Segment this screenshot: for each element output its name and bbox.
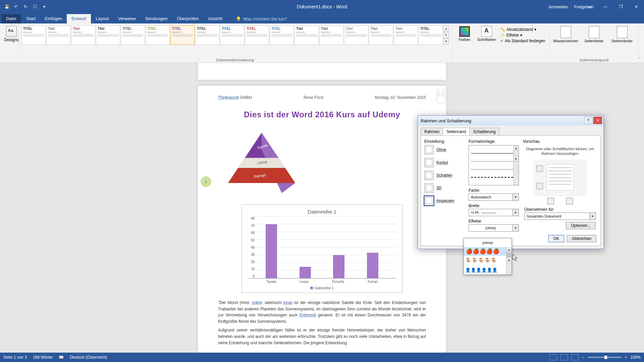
designs-icon (6, 26, 17, 37)
fx-scrollbar[interactable]: ▴ ▾ (506, 247, 512, 275)
border-bottom-right-button[interactable] (566, 198, 573, 204)
style-gallery-item[interactable]: TitelÜberschrift 1 (294, 25, 319, 45)
fx-item-none[interactable]: (ohne) (464, 238, 512, 247)
style-gallery-item[interactable]: TITELÜberschrift 1 (195, 25, 219, 45)
style-gallery-item[interactable]: TITELÜberschrift 1 (270, 25, 294, 45)
effekte-button[interactable]: ✨ Effekte ▾ (499, 33, 547, 38)
tab-entwurf[interactable]: Entwurf (67, 14, 91, 23)
chart-container[interactable]: Datenreihe 1 01020304050607080 ToyotaLex… (241, 204, 402, 293)
seitenraender-button[interactable]: Seitenränder (609, 26, 636, 43)
ok-button[interactable]: OK (548, 235, 564, 242)
touch-mode-icon[interactable]: ☐ (31, 3, 39, 11)
status-proofing-icon[interactable]: 📖 (59, 355, 64, 360)
opt-ohne[interactable]: Ohne (424, 145, 465, 155)
farben-button[interactable]: Farben (454, 26, 475, 44)
style-gallery-item[interactable]: TITELÜberschrift 1 (220, 25, 244, 45)
style-gallery-item[interactable]: TitelÜberschrift 1 (319, 25, 343, 45)
status-page[interactable]: Seite 1 von 3 (3, 355, 27, 360)
opt-3d[interactable]: 3D (424, 183, 465, 193)
style-gallery-item[interactable]: TitelÜberschrift 1 (344, 25, 368, 45)
signin-link[interactable]: Anmelden (548, 4, 568, 9)
tab-ueberpruefen[interactable]: Überprüfen (172, 14, 204, 23)
dialog-titlebar[interactable]: Rahmen und Schattierung ? ✕ (418, 116, 603, 126)
absatzabstand-button[interactable]: 📏 Absatzabstand ▾ (499, 27, 547, 32)
redo-icon[interactable]: ↻ (21, 3, 30, 11)
view-web-icon[interactable] (571, 354, 579, 360)
ribbon-display-icon[interactable]: ▭ (582, 0, 598, 13)
dialog-tab-schattierung[interactable]: Schattierung (469, 128, 499, 135)
style-gallery-item[interactable]: TitelÜberschrift 1 (96, 25, 120, 45)
maximize-icon[interactable]: ❐ (613, 0, 629, 13)
zoom-out-icon[interactable]: − (582, 355, 584, 360)
optionen-button[interactable]: Optionen... (566, 222, 596, 229)
dialog-help-icon[interactable]: ? (584, 117, 593, 124)
effekte-combo[interactable]: (ohne)▾ (469, 224, 519, 232)
status-bar: Seite 1 von 3 168 Wörter 📖 Deutsch (Öste… (0, 353, 644, 362)
dialog-tabs: Rahmen Seitenrand Schattierung (418, 126, 603, 135)
save-icon[interactable]: 💾 (3, 3, 11, 11)
watermark-bunny-icon (431, 88, 450, 107)
tab-layout[interactable]: Layout (91, 14, 113, 23)
tab-start[interactable]: Start (21, 14, 40, 23)
undo-icon[interactable]: ↶ (12, 3, 20, 11)
vorschau-label: Vorschau (523, 139, 597, 144)
minimize-icon[interactable]: — (598, 0, 613, 13)
style-gallery-item[interactable]: TITELÜberschrift 1 (419, 25, 443, 45)
seitenfarbe-button[interactable]: Seitenfarbe (581, 26, 607, 43)
comment-marker[interactable]: 1 (201, 176, 211, 187)
tell-me-search[interactable]: 💡 Was möchten Sie tun? (234, 14, 289, 23)
document-page[interactable]: Thinksecret GMBH Rene Fürst Montag, 02. … (198, 86, 446, 353)
tab-ansicht[interactable]: Ansicht (204, 14, 227, 23)
designs-button[interactable]: Designs (3, 25, 20, 42)
tab-verweise[interactable]: Verweise (113, 14, 141, 23)
wasserzeichen-button[interactable]: Wasserzeichen (552, 26, 579, 43)
style-gallery-item[interactable]: TITELÜberschrift 1 (170, 25, 195, 45)
tell-me-placeholder: Was möchten Sie tun? (243, 16, 287, 21)
abbrechen-button[interactable]: Abbrechen (567, 235, 596, 242)
dialog-close-icon[interactable]: ✕ (593, 117, 602, 124)
preview-diagram[interactable] (533, 160, 587, 196)
uebernehmen-combo[interactable]: Gesamtes Dokument▾ (524, 213, 596, 220)
als-standard-button[interactable]: ✔Als Standard festlegen (499, 38, 547, 44)
tab-sendungen[interactable]: Sendungen (141, 14, 172, 23)
opt-kontur[interactable]: Kontur (424, 158, 465, 167)
tab-file[interactable]: Datei (1, 14, 21, 23)
farbe-combo[interactable]: Automatisch▾ (469, 193, 519, 201)
style-gallery-item[interactable]: TitelÜberschrift 1 (71, 25, 95, 45)
status-words[interactable]: 168 Wörter (33, 355, 53, 360)
breite-label: Breite: (469, 203, 519, 208)
style-gallery-item[interactable]: TitelÜberschrift 1 (369, 25, 393, 45)
fx-item-apples[interactable]: 🍎🍎🍎🍎🍎 (464, 247, 512, 256)
fx-item-people[interactable]: 👤👤👤👤👤👤 (464, 265, 512, 275)
style-gallery-item[interactable]: TITELÜberschrift 1 (245, 25, 269, 45)
tab-einfuegen[interactable]: Einfügen (40, 14, 67, 23)
dialog-tab-seitenrand[interactable]: Seitenrand (443, 128, 470, 135)
style-gallery-item[interactable]: TitelÜberschrift 1 (394, 25, 418, 45)
breite-combo[interactable]: ½ Pt. ————▾ (469, 209, 519, 216)
style-scrollbar[interactable]: ▴▾ (513, 145, 519, 185)
border-bottom-left-button[interactable] (547, 198, 554, 204)
chart-title: Datenreihe 1 (248, 209, 396, 215)
schriftarten-button[interactable]: Schriftarten (477, 26, 497, 44)
fx-item-chairs[interactable]: 🪑🪑🪑🪑🪑 (464, 256, 512, 265)
zoom-slider[interactable] (588, 357, 621, 358)
zoom-value[interactable]: 100% (630, 355, 641, 360)
qat-dropdown-icon[interactable]: ▾ (40, 3, 48, 11)
style-gallery-item[interactable]: TITELÜberschrift 1 (21, 25, 46, 45)
view-read-icon[interactable] (550, 354, 557, 360)
dialog-tab-rahmen[interactable]: Rahmen (421, 128, 443, 135)
style-gallery-item[interactable]: TITELÜberschrift 1 (121, 25, 145, 45)
status-language[interactable]: Deutsch (Österreich) (70, 355, 107, 360)
opt-anpassen[interactable]: Anpassen (424, 196, 465, 205)
opt-schatten[interactable]: Schatten (424, 171, 465, 180)
chart-y-axis: 01020304050607080 (247, 217, 255, 278)
zoom-in-icon[interactable]: + (625, 355, 627, 360)
gallery-scrollbar[interactable]: ▴▾▾ (443, 25, 449, 45)
style-gallery-item[interactable]: TITELÜberschrift 1 (146, 25, 170, 45)
collapse-ribbon-icon[interactable]: ˄ (637, 56, 643, 62)
group-designs: Designs (0, 23, 19, 63)
style-gallery-item[interactable]: TitelÜberschrift 1 (46, 25, 70, 45)
close-icon[interactable]: ✕ (629, 0, 644, 13)
line-style-list[interactable]: ▴▾ (469, 145, 519, 185)
view-print-icon[interactable] (560, 354, 568, 360)
